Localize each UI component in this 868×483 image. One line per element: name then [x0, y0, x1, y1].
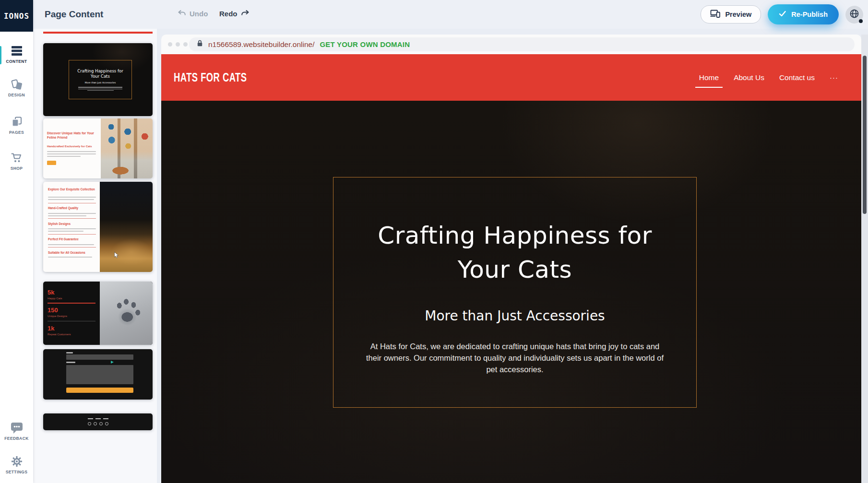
paw-print-photo — [100, 282, 153, 345]
stat-value-2: 150 — [48, 307, 95, 314]
hero-thumb-subtitle: More than Just Accessories — [85, 82, 116, 84]
feedback-icon — [0, 421, 33, 435]
form-textarea-skeleton — [66, 365, 133, 384]
language-globe-button[interactable] — [845, 6, 863, 24]
sidebar-item-feedback[interactable]: FEEDBACK — [0, 421, 33, 441]
hero-section[interactable]: Crafting Happiness for Your Cats More th… — [161, 101, 861, 483]
address-bar[interactable]: n1566589.websitebuilder.online/ GET YOUR… — [189, 37, 855, 51]
globe-icon — [849, 9, 859, 21]
form-submit-button-skeleton — [66, 388, 133, 393]
stat-label-1: Happy Cats — [48, 297, 95, 300]
sidebar-item-content[interactable]: CONTENT — [0, 44, 33, 64]
settings-icon — [0, 455, 33, 468]
preview-scrollbar — [861, 35, 868, 483]
ionos-logo: IONOS — [0, 0, 33, 32]
cat-fur-photo — [100, 182, 153, 272]
site-canvas[interactable]: HATS FOR CATS Home About Us Contact us ·… — [161, 54, 861, 483]
preview-scrollbar-thumb[interactable] — [863, 56, 867, 214]
form-label-skeleton — [66, 362, 75, 363]
text-skeleton — [76, 86, 124, 91]
toolbar-actions: Preview Re-Publish — [701, 4, 863, 24]
site-logo[interactable]: HATS FOR CATS — [174, 71, 247, 84]
pages-icon — [0, 115, 33, 129]
section-thumb-contact-form[interactable] — [43, 349, 153, 400]
sidebar-item-shop[interactable]: SHOP — [0, 151, 33, 171]
section-thumb-footer[interactable] — [43, 413, 153, 430]
shop-icon — [0, 151, 33, 165]
collection-heading-2: Hand-Crafted Quality — [48, 206, 96, 210]
section-thumb-collection[interactable]: Explore Our Exquisite Collection Hand-Cr… — [43, 182, 153, 272]
devices-icon — [710, 10, 721, 19]
site-nav: Home About Us Contact us ··· — [699, 73, 838, 82]
hero-content-box[interactable]: Crafting Happiness for Your Cats More th… — [333, 177, 697, 408]
page-content-panel: Crafting Happiness for Your Cats More th… — [33, 29, 157, 483]
undo-button[interactable]: Undo — [177, 10, 208, 18]
section-thumb-stats[interactable]: 5k Happy Cats 150 Unique Designs 1k Repe… — [43, 282, 153, 345]
stat-value-3: 1k — [48, 325, 95, 332]
stat-label-2: Unique Designs — [48, 315, 95, 318]
check-icon — [779, 11, 786, 18]
content-icon — [0, 44, 33, 58]
form-label-skeleton — [66, 352, 73, 353]
redo-button[interactable]: Redo — [219, 10, 250, 18]
features-thumb-heading: Discover Unique Hats for Your Feline Fri… — [47, 131, 100, 140]
street-market-photo — [101, 118, 153, 178]
nav-more-icon[interactable]: ··· — [830, 73, 838, 82]
collection-heading-1: Explore Our Exquisite Collection — [48, 188, 96, 191]
preview-button[interactable]: Preview — [701, 5, 761, 24]
features-thumb-subheading: Handcrafted Exclusively for Cats — [47, 145, 100, 148]
nav-about-us[interactable]: About Us — [734, 73, 764, 82]
mouse-cursor — [114, 252, 119, 260]
sidebar-item-settings[interactable]: SETTINGS — [0, 455, 33, 474]
hero-thumb-title-line2: Your Cats — [91, 74, 110, 79]
website-builder-app: IONOS CONTENT DESIGN PAGES SHOP — [0, 0, 868, 483]
stat-label-3: Repeat Customers — [48, 333, 95, 336]
text-skeleton — [47, 151, 96, 157]
site-preview-frame: n1566589.websitebuilder.online/ GET YOUR… — [161, 35, 861, 483]
hero-body-text: At Hats for Cats, we are dedicated to cr… — [362, 341, 667, 376]
design-icon — [0, 78, 33, 91]
browser-chrome: n1566589.websitebuilder.online/ GET YOUR… — [161, 35, 861, 54]
footer-links-skeleton — [43, 418, 153, 419]
hero-subtitle: More than Just Accessories — [333, 308, 696, 324]
undo-icon — [177, 10, 186, 18]
hero-thumb-title-line1: Crafting Happiness for — [77, 69, 123, 74]
lock-icon — [197, 40, 203, 49]
page-title: Page Content — [45, 9, 103, 20]
form-input-skeleton — [66, 354, 133, 360]
sidebar-item-pages[interactable]: PAGES — [0, 115, 33, 135]
stat-value-1: 5k — [48, 289, 95, 296]
section-thumb-hero[interactable]: Crafting Happiness for Your Cats More th… — [43, 43, 153, 116]
collection-heading-3: Stylish Designs — [48, 222, 96, 225]
top-toolbar: Page Content Undo Redo Preview Re-Publis… — [33, 0, 868, 29]
panel-accent-line — [43, 32, 153, 34]
sidebar-item-design[interactable]: DESIGN — [0, 78, 33, 97]
window-control-dots — [168, 42, 188, 47]
nav-contact-us[interactable]: Contact us — [779, 73, 815, 82]
redo-icon — [241, 10, 250, 18]
sidebar: IONOS CONTENT DESIGN PAGES SHOP — [0, 0, 33, 483]
site-url[interactable]: n1566589.websitebuilder.online/ — [208, 40, 314, 49]
hero-thumb-box: Crafting Happiness for Your Cats More th… — [69, 60, 132, 99]
hero-title: Crafting Happiness for Your Cats — [333, 219, 696, 287]
collection-heading-5: Suitable for All Occasions — [48, 251, 96, 254]
features-thumb-cta-button — [47, 161, 56, 165]
site-header: HATS FOR CATS Home About Us Contact us ·… — [161, 54, 861, 101]
section-thumb-features[interactable]: Discover Unique Hats for Your Feline Fri… — [43, 118, 153, 178]
get-domain-link[interactable]: GET YOUR OWN DOMAIN — [320, 40, 410, 48]
republish-button[interactable]: Re-Publish — [768, 4, 839, 24]
nav-home[interactable]: Home — [699, 73, 719, 82]
send-icon — [111, 361, 114, 364]
footer-social-icons — [43, 422, 153, 425]
collection-heading-4: Perfect Fit Guarantee — [48, 237, 96, 241]
